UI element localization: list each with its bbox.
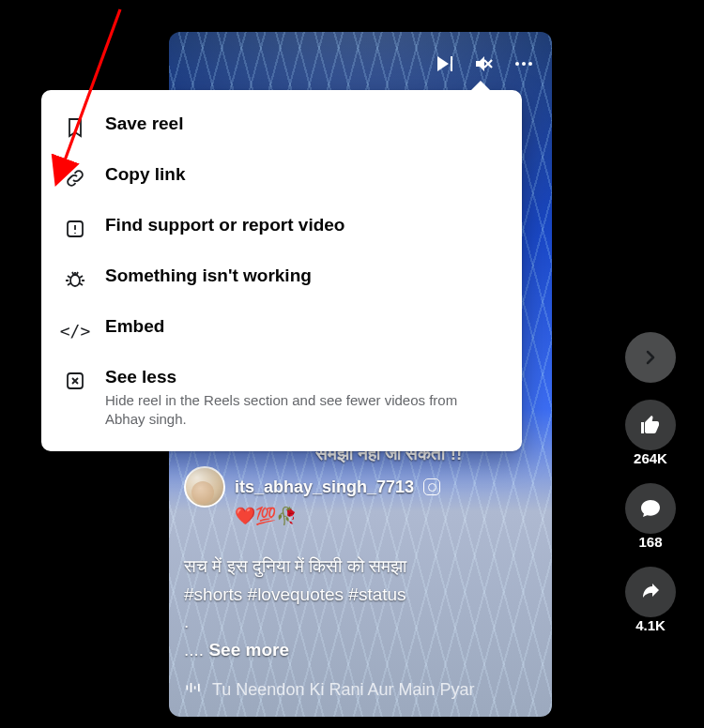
audio-title: Tu Neendon Ki Rani Aur Main Pyar	[212, 680, 474, 700]
menu-label: Something isn't working	[105, 265, 312, 288]
video-overlay-info: समझा नही जा सकता !! its_abhay_singh_7713…	[169, 431, 552, 717]
more-options-menu: Save reel Copy link Find support or repo…	[41, 90, 522, 451]
see-more-prefix: ....	[184, 640, 208, 660]
menu-item-copy-link[interactable]: Copy link	[41, 152, 522, 203]
embed-icon: </>	[62, 317, 88, 343]
menu-label: Copy link	[105, 163, 186, 187]
svg-rect-4	[191, 683, 192, 692]
thumbs-up-icon	[639, 414, 662, 436]
svg-point-1	[522, 62, 526, 66]
share-item: 4.1K	[625, 567, 676, 633]
menu-label: Embed	[105, 315, 164, 339]
share-icon	[639, 581, 662, 603]
mute-icon[interactable]	[473, 53, 496, 79]
menu-item-embed[interactable]: </> Embed	[41, 304, 522, 355]
chevron-right-icon	[639, 346, 662, 369]
svg-rect-5	[194, 686, 196, 689]
svg-point-9	[74, 233, 76, 235]
next-reel-button[interactable]	[625, 332, 676, 383]
alert-icon	[62, 216, 88, 242]
svg-point-10	[70, 275, 80, 286]
caption-line-2: #shorts #lovequotes #status	[184, 581, 537, 608]
author-avatar[interactable]	[184, 466, 225, 508]
menu-item-bug[interactable]: Something isn't working	[41, 253, 522, 304]
menu-item-report[interactable]: Find support or report video	[41, 203, 522, 253]
svg-rect-3	[187, 686, 189, 690]
see-more-line[interactable]: .... See more	[184, 636, 537, 663]
caption-dot: .	[184, 608, 537, 635]
emoji-strip: ❤️💯🥀	[235, 506, 537, 526]
play-next-icon[interactable]	[434, 53, 456, 79]
menu-label: See less	[105, 366, 499, 389]
action-rail: 264K 168 4.1K	[625, 332, 676, 633]
close-box-icon	[62, 368, 88, 394]
menu-item-save-reel[interactable]: Save reel	[41, 101, 522, 152]
svg-point-2	[528, 62, 532, 66]
see-more-button[interactable]: See more	[208, 640, 289, 660]
like-item: 264K	[625, 400, 676, 466]
author-username[interactable]: its_abhay_singh_7713	[235, 478, 414, 497]
instagram-icon	[423, 478, 440, 495]
reel-caption: सच में इस दुनिया में किसी को समझा #short…	[184, 553, 537, 663]
bookmark-icon	[62, 114, 88, 141]
comment-item: 168	[625, 483, 676, 550]
like-button[interactable]	[625, 400, 676, 450]
share-button[interactable]	[625, 567, 676, 617]
comment-icon	[639, 497, 662, 520]
menu-label: Find support or report video	[105, 214, 344, 237]
menu-label: Save reel	[105, 113, 183, 136]
svg-rect-6	[198, 684, 200, 691]
link-icon	[62, 165, 88, 191]
caption-line-1: सच में इस दुनिया में किसी को समझा	[184, 553, 537, 580]
share-count: 4.1K	[635, 617, 666, 633]
bug-icon	[62, 266, 88, 293]
svg-point-0	[515, 62, 519, 66]
comment-count: 168	[638, 534, 662, 550]
author-row[interactable]: its_abhay_singh_7713	[184, 466, 537, 508]
like-count: 264K	[634, 450, 667, 466]
menu-item-see-less[interactable]: See less Hide reel in the Reels section …	[41, 355, 522, 440]
next-reel-item	[625, 332, 676, 383]
audio-row[interactable]: Tu Neendon Ki Rani Aur Main Pyar	[184, 678, 537, 702]
video-top-controls	[434, 53, 535, 79]
audio-wave-icon	[184, 678, 203, 702]
more-options-icon[interactable]	[513, 53, 535, 79]
menu-subtext: Hide reel in the Reels section and see f…	[105, 391, 499, 430]
comment-button[interactable]	[625, 483, 676, 534]
